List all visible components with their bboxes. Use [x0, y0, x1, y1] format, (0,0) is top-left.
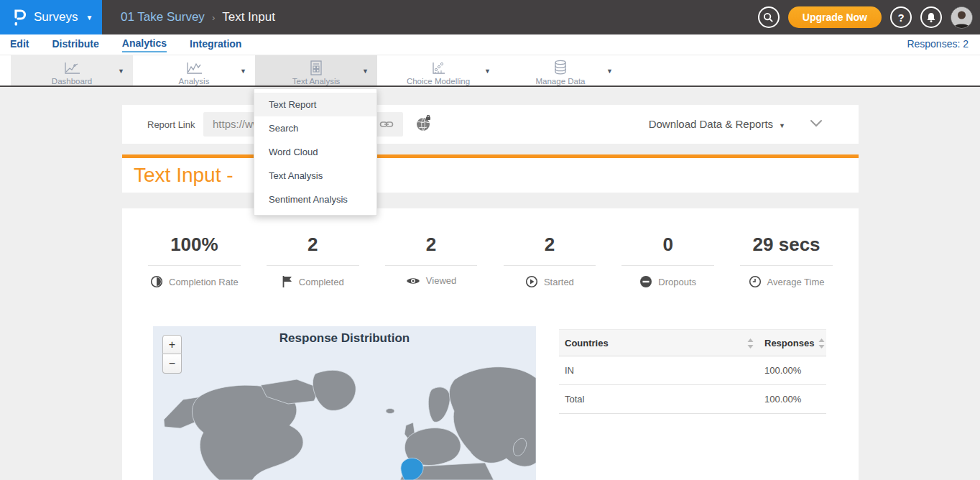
table-row-total: Total 100.00%: [559, 385, 826, 414]
top-bar: Surveys ▼ 01 Take Survey › Text Input Up…: [0, 0, 980, 34]
stat-value: 2: [490, 234, 609, 256]
stat-viewed: 2 Viewed: [372, 234, 491, 288]
tab-label: Manage Data: [499, 77, 621, 86]
help-button[interactable]: ?: [890, 6, 912, 28]
play-icon: [525, 275, 538, 288]
column-header-responses[interactable]: Responses: [764, 330, 814, 357]
chevron-down-icon: ▼: [779, 122, 785, 129]
menu-item-text-report[interactable]: Text Report: [254, 93, 376, 116]
nav-tab-integration[interactable]: Integration: [190, 38, 241, 52]
stat-label: Completed: [299, 277, 344, 287]
total-percent: 100.00%: [764, 385, 801, 414]
table-row: IN 100.00%: [559, 356, 826, 385]
stat-label: Viewed: [426, 275, 456, 286]
stat-value: 0: [609, 234, 727, 256]
stat-label: Started: [544, 277, 574, 287]
report-link-label: Report Link: [147, 119, 195, 130]
search-icon: [763, 12, 774, 23]
download-data-reports-menu[interactable]: Download Data & Reports▼: [649, 118, 785, 130]
chevron-down-icon[interactable]: ▼: [240, 68, 246, 75]
response-percent: 100.00%: [764, 356, 801, 385]
column-header-countries[interactable]: Countries: [565, 330, 609, 357]
stat-completion-rate: 100% Completion Rate: [135, 234, 254, 288]
report-doc-icon: [309, 60, 323, 75]
question-title-panel: Text Input -: [122, 154, 859, 193]
stat-label: Dropouts: [658, 277, 696, 287]
breadcrumb-separator: ›: [212, 12, 215, 23]
globe-lock-icon[interactable]: [415, 115, 433, 132]
sort-icon[interactable]: [747, 338, 754, 349]
responses-count[interactable]: Responses: 2: [907, 38, 969, 50]
collapse-chevron-icon[interactable]: [810, 119, 823, 128]
product-name: Surveys: [34, 10, 78, 24]
user-avatar[interactable]: [951, 6, 973, 29]
map-zoom-in-button[interactable]: +: [162, 335, 182, 354]
stat-label: Completion Rate: [169, 277, 239, 287]
analytics-main-panel: 100% Completion Rate 2 Completed: [122, 208, 859, 480]
total-label: Total: [565, 385, 584, 414]
tab-label: Dashboard: [11, 77, 133, 86]
report-link-bar: Report Link https://ww Download Data & R…: [122, 105, 859, 144]
tab-text-analysis[interactable]: Text Analysis ▼: [255, 55, 377, 86]
breadcrumb: 01 Take Survey › Text Input: [121, 0, 275, 34]
stat-value: 2: [254, 234, 372, 256]
chevron-down-icon[interactable]: ▼: [484, 68, 491, 75]
tab-analysis[interactable]: Analysis ▼: [133, 55, 255, 86]
survey-nav-row: Edit Distribute Analytics Integration Re…: [0, 34, 980, 55]
clock-icon: [749, 275, 762, 288]
tab-manage-data[interactable]: Manage Data ▼: [499, 55, 621, 86]
tab-label: Analysis: [133, 77, 255, 86]
flag-icon: [282, 275, 293, 288]
divider: [148, 265, 241, 266]
divider: [621, 265, 714, 266]
stat-value: 100%: [135, 234, 254, 256]
menu-item-search[interactable]: Search: [254, 116, 376, 140]
countries-table: Countries Responses IN 100.00% Total 100…: [559, 329, 826, 414]
chevron-down-icon[interactable]: ▼: [118, 68, 124, 75]
notifications-button[interactable]: [920, 6, 942, 28]
surveys-app-switcher[interactable]: Surveys ▼: [0, 0, 102, 34]
menu-item-word-cloud[interactable]: Word Cloud: [254, 140, 376, 164]
questionpro-logo-icon: [13, 8, 27, 27]
stat-value: 2: [372, 234, 491, 256]
search-button[interactable]: [758, 6, 780, 28]
sort-icon[interactable]: [818, 338, 825, 349]
chevron-down-icon[interactable]: ▼: [362, 68, 369, 75]
countries-table-header: Countries Responses: [559, 329, 826, 356]
stat-started: 2 Started: [490, 234, 609, 288]
nav-tab-analytics[interactable]: Analytics: [122, 37, 167, 52]
tab-label: Choice Modelling: [377, 77, 499, 86]
chevron-down-icon[interactable]: ▼: [606, 68, 613, 75]
copy-link-icon[interactable]: [379, 117, 394, 131]
menu-item-text-analysis[interactable]: Text Analysis: [254, 164, 376, 188]
stat-average-time: 29 secs Average Time: [727, 234, 846, 288]
nav-tab-distribute[interactable]: Distribute: [52, 38, 98, 52]
survey-stats-row: 100% Completion Rate 2 Completed: [122, 208, 859, 288]
menu-item-sentiment-analysis[interactable]: Sentiment Analysis: [254, 188, 376, 211]
scatter-chart-icon: [429, 61, 448, 75]
divider: [504, 265, 596, 266]
map-zoom-out-button[interactable]: −: [162, 354, 182, 374]
line-chart-icon: [63, 61, 81, 75]
breadcrumb-current-page: Text Input: [222, 10, 275, 24]
stat-dropouts: 0 Dropouts: [609, 234, 727, 288]
world-map: [153, 326, 536, 480]
stat-label: Average Time: [767, 277, 825, 287]
stat-completed: 2 Completed: [254, 234, 372, 288]
breadcrumb-survey-link[interactable]: 01 Take Survey: [121, 10, 205, 24]
tab-dashboard[interactable]: Dashboard ▼: [11, 55, 133, 86]
download-data-reports-label: Download Data & Reports: [649, 118, 773, 130]
tab-choice-modelling[interactable]: Choice Modelling ▼: [377, 55, 499, 86]
response-distribution-map[interactable]: Response Distribution + −: [153, 326, 536, 480]
upgrade-now-button[interactable]: Upgrade Now: [788, 6, 882, 28]
country-code: IN: [565, 356, 574, 385]
bell-icon: [926, 12, 936, 23]
pie-icon: [150, 275, 163, 288]
divider: [267, 265, 359, 266]
nav-tab-edit[interactable]: Edit: [10, 38, 29, 52]
minus-icon: [639, 275, 652, 288]
database-icon: [553, 60, 568, 75]
chevron-down-icon: ▼: [85, 14, 93, 22]
page-title: Text Input -: [134, 164, 234, 187]
divider: [740, 265, 833, 266]
